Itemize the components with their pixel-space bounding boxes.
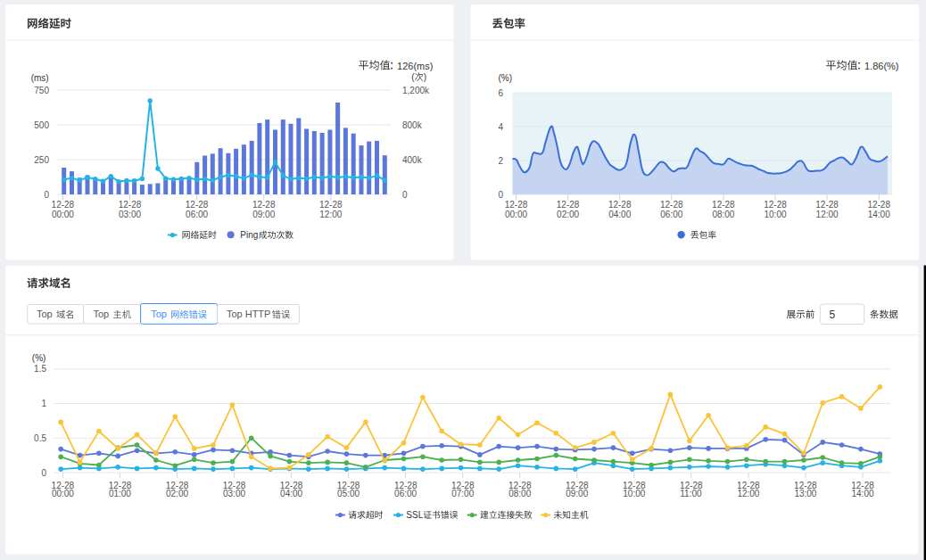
svg-text:12-28: 12-28 [52, 200, 75, 210]
svg-text:02:00: 02:00 [166, 489, 188, 498]
svg-text:12-28: 12-28 [252, 200, 276, 210]
svg-text:500: 500 [34, 120, 49, 130]
svg-text:07:00: 07:00 [451, 489, 474, 498]
svg-text:0: 0 [44, 190, 49, 200]
svg-text:12-28: 12-28 [505, 200, 528, 210]
svg-text:1,200k: 1,200k [402, 86, 430, 95]
svg-text:2: 2 [498, 156, 503, 166]
svg-text:Top HTTP: Top HTTP [227, 309, 271, 319]
svg-text:(%): (%) [499, 73, 513, 83]
svg-text:0: 0 [498, 190, 503, 200]
svg-text:): ) [424, 72, 426, 82]
svg-text:00:00: 00:00 [52, 489, 74, 498]
svg-text:400k: 400k [402, 155, 423, 165]
svg-text:SSL: SSL [406, 510, 423, 520]
svg-text:12:00: 12:00 [737, 489, 759, 498]
svg-text:Top: Top [37, 309, 53, 319]
svg-text:14:00: 14:00 [852, 489, 874, 498]
svg-text:1.86(%): 1.86(%) [864, 61, 899, 71]
svg-text:12-28: 12-28 [608, 200, 632, 210]
svg-text:03:00: 03:00 [223, 489, 245, 498]
svg-text:12-28: 12-28 [867, 200, 890, 210]
svg-text:11:00: 11:00 [680, 489, 702, 498]
svg-text:750: 750 [34, 86, 49, 95]
svg-text:(%): (%) [32, 353, 46, 363]
svg-text:08:00: 08:00 [712, 210, 734, 219]
svg-text:06:00: 06:00 [394, 489, 417, 498]
svg-text:04:00: 04:00 [280, 489, 302, 498]
svg-text:12-28: 12-28 [186, 200, 209, 210]
svg-text:1: 1 [41, 399, 46, 408]
svg-text:04:00: 04:00 [608, 210, 631, 219]
svg-text:Top: Top [93, 309, 109, 319]
svg-text:00:00: 00:00 [52, 210, 74, 219]
svg-text:1.5: 1.5 [34, 364, 46, 374]
svg-text:Ping: Ping [240, 230, 258, 240]
svg-text:Top: Top [151, 309, 167, 319]
svg-text:800k: 800k [402, 120, 423, 130]
svg-text:0: 0 [41, 468, 46, 478]
svg-text:12-28: 12-28 [319, 200, 343, 210]
svg-text:(ms): (ms) [31, 73, 49, 83]
svg-text:05:00: 05:00 [337, 489, 360, 498]
svg-text:09:00: 09:00 [252, 210, 275, 219]
svg-text:06:00: 06:00 [186, 210, 208, 219]
svg-text:12-28: 12-28 [764, 200, 787, 210]
svg-text:250: 250 [34, 155, 49, 165]
svg-text:14:00: 14:00 [868, 210, 890, 219]
svg-text:0.5: 0.5 [34, 433, 46, 443]
svg-text:01:00: 01:00 [109, 489, 131, 498]
svg-text:13:00: 13:00 [794, 489, 816, 498]
svg-text:12-28: 12-28 [119, 200, 142, 210]
svg-text:03:00: 03:00 [119, 210, 141, 219]
svg-text:12-28: 12-28 [815, 200, 839, 210]
svg-text:06:00: 06:00 [660, 210, 682, 219]
svg-text:10:00: 10:00 [623, 489, 645, 498]
svg-text:126(ms): 126(ms) [397, 61, 433, 71]
svg-text:12-28: 12-28 [660, 200, 683, 210]
svg-text:4: 4 [498, 122, 503, 132]
svg-text:10:00: 10:00 [765, 210, 787, 219]
svg-text:5: 5 [830, 309, 836, 321]
svg-text:12-28: 12-28 [557, 200, 580, 210]
svg-text:12:00: 12:00 [816, 210, 839, 219]
svg-text:12:00: 12:00 [319, 210, 342, 219]
svg-text:02:00: 02:00 [557, 210, 579, 219]
svg-text:08:00: 08:00 [508, 489, 531, 498]
svg-text:09:00: 09:00 [566, 489, 588, 498]
svg-text:12-28: 12-28 [712, 200, 735, 210]
svg-text:00:00: 00:00 [505, 210, 527, 219]
svg-text:6: 6 [498, 88, 503, 98]
svg-text:0: 0 [402, 190, 408, 200]
